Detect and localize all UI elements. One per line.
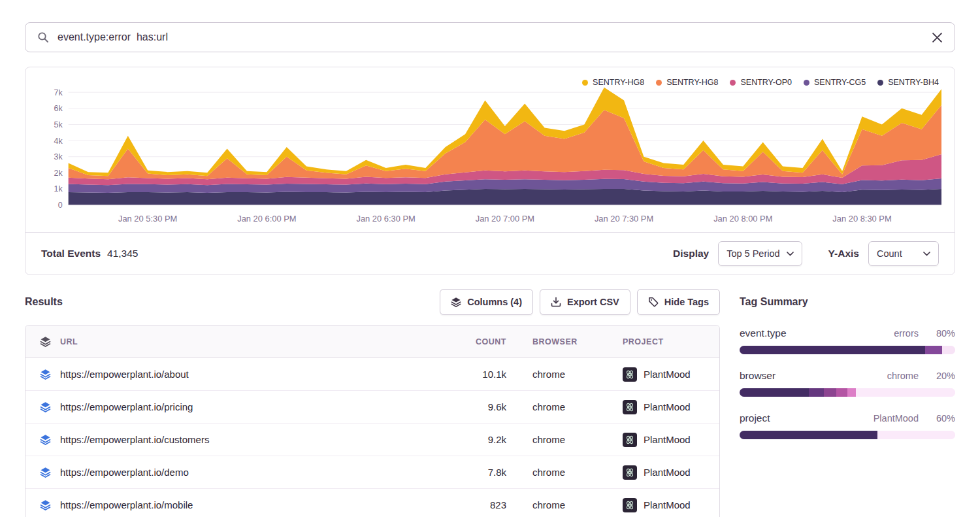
table-row[interactable]: https://empowerplant.io/pricing 9.6k chr…: [25, 391, 719, 424]
columns-button-label: Columns (4): [467, 297, 522, 307]
svg-text:3k: 3k: [54, 152, 63, 161]
chevron-down-icon: [787, 252, 794, 256]
tag-bar-segment: [836, 388, 847, 397]
svg-text:Jan 20 7:30 PM: Jan 20 7:30 PM: [595, 214, 653, 224]
url-cell: https://empowerplant.io/about: [60, 369, 189, 380]
table-header-project: PROJECT: [604, 337, 719, 346]
tag-bar-segment: [942, 346, 955, 354]
chart-footer: Total Events 41,345 Display Top 5 Period…: [25, 232, 955, 275]
svg-text:6k: 6k: [54, 104, 63, 113]
legend-item[interactable]: SENTRY-OP0: [730, 78, 792, 87]
tag-bar-segment: [925, 346, 942, 354]
legend-label: SENTRY-BH4: [888, 78, 939, 87]
svg-text:Jan 20 6:00 PM: Jan 20 6:00 PM: [237, 214, 296, 224]
stack-icon[interactable]: [40, 499, 51, 510]
svg-text:1k: 1k: [54, 184, 63, 193]
project-cell: PlantMood: [644, 401, 691, 412]
total-events-value: 41,345: [107, 248, 138, 259]
legend-item[interactable]: SENTRY-HG8: [582, 78, 644, 87]
stack-icon[interactable]: [40, 467, 51, 478]
browser-cell: chrome: [506, 434, 604, 445]
legend-dot: [582, 80, 588, 86]
tag-percent: 80%: [919, 328, 955, 339]
tag-item: project PlantMood 60%: [740, 412, 955, 439]
count-cell: 823: [434, 499, 506, 510]
display-select-value: Top 5 Period: [727, 248, 779, 259]
legend-item[interactable]: SENTRY-CG5: [804, 78, 866, 87]
tag-percent: 20%: [919, 371, 955, 381]
table-row[interactable]: https://empowerplant.io/about 10.1k chro…: [25, 358, 719, 391]
legend-label: SENTRY-HG8: [666, 78, 718, 87]
table-header-row: URL COUNT BROWSER PROJECT: [25, 325, 719, 358]
events-chart-panel: SENTRY-HG8SENTRY-HG8SENTRY-OP0SENTRY-CG5…: [25, 67, 955, 275]
legend-label: SENTRY-CG5: [814, 78, 866, 87]
table-row[interactable]: https://empowerplant.io/customers 9.2k c…: [25, 424, 719, 456]
tag-name: event.type: [740, 327, 787, 339]
url-cell: https://empowerplant.io/demo: [60, 467, 189, 478]
tag-bar-segment: [856, 388, 955, 397]
clear-search-button[interactable]: [932, 32, 943, 43]
results-title: Results: [25, 296, 63, 308]
tag-summary-panel: Tag Summary event.type errors 80% browse…: [740, 288, 955, 455]
svg-text:Jan 20 6:30 PM: Jan 20 6:30 PM: [356, 214, 415, 224]
yaxis-label: Y-Axis: [828, 248, 859, 259]
table-row[interactable]: https://empowerplant.io/mobile 823 chrom…: [25, 489, 719, 517]
table-row[interactable]: https://empowerplant.io/demo 7.8k chrome…: [25, 456, 719, 489]
svg-text:0: 0: [58, 201, 63, 210]
tag-item: browser chrome 20%: [740, 370, 955, 397]
hide-tags-button-label: Hide Tags: [664, 297, 709, 307]
legend-item[interactable]: SENTRY-BH4: [877, 78, 939, 87]
search-bar: [25, 22, 955, 52]
chart-legend: SENTRY-HG8SENTRY-HG8SENTRY-OP0SENTRY-CG5…: [582, 78, 939, 87]
legend-dot: [656, 80, 662, 86]
url-cell: https://empowerplant.io/customers: [60, 434, 209, 445]
export-csv-button[interactable]: Export CSV: [540, 289, 630, 315]
display-select[interactable]: Top 5 Period: [718, 241, 802, 266]
chevron-down-icon: [923, 252, 930, 256]
project-cell: PlantMood: [644, 434, 691, 445]
export-csv-button-label: Export CSV: [567, 297, 619, 307]
svg-text:4k: 4k: [54, 137, 63, 146]
tag-bar-segment: [877, 431, 955, 439]
tag-distribution-bar[interactable]: [740, 431, 955, 439]
events-chart[interactable]: 01k2k3k4k5k6k7kJan 20 5:30 PMJan 20 6:00…: [25, 67, 955, 232]
legend-dot: [804, 80, 809, 86]
browser-cell: chrome: [506, 499, 604, 510]
table-header-url: URL: [60, 337, 78, 346]
total-events-label: Total Events: [41, 248, 101, 259]
project-icon: [623, 498, 637, 512]
svg-text:Jan 20 7:00 PM: Jan 20 7:00 PM: [476, 214, 534, 224]
project-icon: [623, 465, 637, 480]
tag-name: project: [740, 412, 770, 424]
tag-bar-segment: [824, 388, 837, 397]
browser-cell: chrome: [506, 467, 604, 478]
hide-tags-button[interactable]: Hide Tags: [637, 289, 720, 315]
yaxis-select-value: Count: [877, 248, 902, 259]
tag-name: browser: [740, 370, 776, 382]
yaxis-select[interactable]: Count: [868, 241, 939, 266]
svg-text:Jan 20 5:30 PM: Jan 20 5:30 PM: [118, 214, 177, 224]
project-icon: [623, 433, 637, 447]
count-cell: 9.2k: [434, 434, 506, 445]
search-input[interactable]: [57, 31, 932, 43]
project-icon: [623, 400, 637, 414]
search-icon: [37, 31, 49, 43]
tag-percent: 60%: [919, 413, 955, 424]
tag-distribution-bar[interactable]: [740, 346, 955, 354]
stack-icon[interactable]: [40, 369, 51, 380]
project-cell: PlantMood: [644, 467, 691, 478]
svg-text:5k: 5k: [54, 120, 63, 129]
tag-top-value: PlantMood: [874, 413, 919, 424]
url-cell: https://empowerplant.io/mobile: [60, 499, 193, 510]
tag-distribution-bar[interactable]: [740, 388, 955, 397]
columns-button[interactable]: Columns (4): [440, 289, 533, 315]
tag-item: event.type errors 80%: [740, 327, 955, 354]
tag-top-value: errors: [894, 328, 919, 339]
table-header-browser: BROWSER: [506, 337, 604, 346]
tag-bar-segment: [809, 388, 824, 397]
stack-icon[interactable]: [40, 401, 51, 412]
stack-icon[interactable]: [40, 434, 51, 445]
legend-item[interactable]: SENTRY-HG8: [656, 78, 718, 87]
main-content: Results Columns (4) Export CSV Hide Tags: [25, 288, 955, 517]
svg-text:2k: 2k: [54, 169, 63, 178]
